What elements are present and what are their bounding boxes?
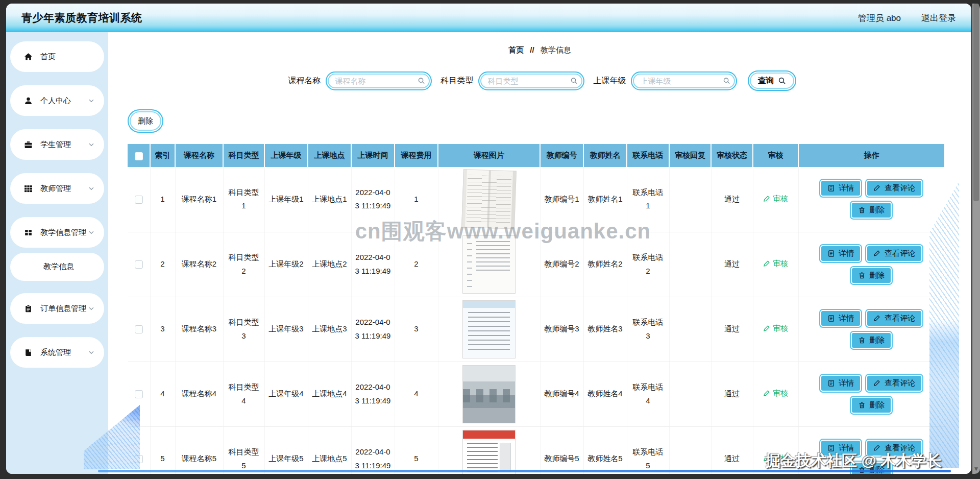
cell-course-image	[438, 167, 540, 232]
cell-fee: 4	[395, 362, 438, 426]
view-comments-button-label: 查看评论	[885, 314, 915, 323]
cell-audit: 审核	[753, 232, 798, 297]
cell-checkbox	[128, 232, 150, 297]
course-name-label: 课程名称	[288, 76, 321, 86]
row-checkbox[interactable]	[135, 260, 143, 269]
row-checkbox[interactable]	[135, 325, 143, 333]
view-comments-button[interactable]: 查看评论	[866, 180, 922, 197]
view-comments-button[interactable]: 查看评论	[866, 310, 922, 327]
cell-teacher-name: 教师姓名5	[583, 426, 627, 474]
detail-button-label: 详情	[839, 443, 854, 453]
audit-link[interactable]: 审核	[763, 257, 788, 270]
cell-grade: 上课年级5	[264, 426, 308, 474]
pencil-icon	[873, 184, 881, 192]
cell-place: 上课地点5	[308, 426, 351, 474]
cell-checkbox	[128, 297, 150, 362]
chevron-down-icon	[88, 185, 95, 192]
cell-course-image	[438, 426, 540, 474]
sidebar-item-teacher-management[interactable]: 教师管理	[10, 173, 104, 204]
cell-checkbox	[128, 167, 150, 232]
course-name-input[interactable]	[326, 71, 432, 90]
pencil-icon	[763, 260, 770, 267]
scrollbar-down-arrow[interactable]: ▼	[972, 466, 980, 472]
view-comments-button-label: 查看评论	[885, 443, 915, 453]
clipboard-icon	[24, 304, 33, 313]
pencil-icon	[763, 390, 770, 397]
select-all-checkbox[interactable]	[135, 152, 143, 160]
detail-button[interactable]: 详情	[820, 375, 861, 392]
cell-subject-type: 科目类型2	[223, 232, 264, 297]
breadcrumb: 首页 // 教学信息	[108, 45, 971, 55]
detail-button[interactable]: 详情	[820, 245, 861, 262]
delete-button[interactable]: 删除	[851, 397, 892, 414]
header-cell: 科目类型	[223, 144, 264, 167]
row-checkbox[interactable]	[135, 196, 143, 204]
cell-audit-reply	[669, 167, 711, 232]
header-cell: 教师编号	[540, 144, 583, 167]
audit-link[interactable]: 审核	[763, 322, 788, 335]
sidebar-item-student-management[interactable]: 学生管理	[10, 129, 104, 160]
detail-button[interactable]: 详情	[820, 440, 861, 457]
document-icon	[827, 444, 835, 452]
cell-grade: 上课年级3	[264, 297, 308, 362]
cell-course-name: 课程名称3	[175, 297, 223, 362]
sidebar-subitem-teaching-info[interactable]: 教学信息	[10, 253, 104, 281]
audit-link[interactable]: 审核	[763, 387, 788, 400]
vertical-scrollbar[interactable]: ▼	[972, 4, 980, 474]
class-grade-label: 上课年级	[594, 76, 626, 86]
cell-index: 4	[150, 362, 175, 426]
row-checkbox[interactable]	[135, 455, 143, 463]
breadcrumb-home[interactable]: 首页	[508, 45, 524, 54]
subject-type-input[interactable]	[478, 71, 584, 90]
cell-actions: 详情查看评论删除	[798, 426, 944, 474]
header-cell: 操作	[798, 144, 944, 167]
header-cell: 审核状态	[711, 144, 753, 167]
cell-course-image	[438, 362, 540, 426]
cell-subject-type: 科目类型5	[223, 426, 264, 474]
sidebar-item-personal-center[interactable]: 个人中心	[10, 85, 104, 116]
cell-audit-status: 通过	[711, 297, 753, 362]
course-image	[462, 365, 516, 423]
detail-button[interactable]: 详情	[820, 180, 861, 197]
detail-button[interactable]: 详情	[820, 310, 861, 327]
delete-button[interactable]: 删除	[851, 332, 892, 349]
view-comments-button[interactable]: 查看评论	[866, 245, 922, 262]
cell-course-image	[438, 232, 540, 297]
document-icon	[827, 379, 835, 387]
delete-button[interactable]: 删除	[851, 202, 892, 219]
table-header-row: 索引课程名称科目类型上课年级上课地点上课时间课程费用课程图片教师编号教师姓名联系…	[128, 144, 944, 167]
cell-teacher-no: 教师编号2	[540, 232, 583, 297]
cell-audit-status: 通过	[711, 426, 753, 474]
view-comments-button[interactable]: 查看评论	[866, 440, 922, 457]
logout-link[interactable]: 退出登录	[921, 12, 956, 24]
sidebar-item-system-management[interactable]: 系统管理	[10, 337, 104, 368]
cell-audit-reply	[669, 297, 711, 362]
view-comments-button[interactable]: 查看评论	[866, 375, 922, 392]
cell-checkbox	[128, 426, 150, 474]
course-image	[462, 430, 516, 474]
admin-user-label[interactable]: 管理员 abo	[858, 12, 901, 24]
sidebar: 首页 个人中心 学生管理	[6, 32, 108, 474]
search-icon	[778, 77, 786, 85]
audit-link[interactable]: 审核	[763, 451, 788, 465]
row-checkbox[interactable]	[135, 390, 143, 398]
delete-selected-button[interactable]: 删除	[128, 109, 163, 133]
delete-button[interactable]: 删除	[851, 267, 892, 284]
audit-link[interactable]: 审核	[763, 192, 788, 205]
query-button[interactable]: 查询	[748, 70, 796, 91]
sidebar-item-label: 首页	[40, 52, 95, 62]
cell-subject-type: 科目类型1	[223, 167, 264, 232]
pencil-icon	[763, 325, 770, 332]
sidebar-item-home[interactable]: 首页	[10, 41, 104, 72]
header-cell: 联系电话	[627, 144, 669, 167]
sidebar-item-teaching-info-management[interactable]: 教学信息管理	[10, 217, 104, 248]
class-grade-input[interactable]	[631, 71, 737, 90]
app-window: 青少年素质教育培训系统 管理员 abo 退出登录 首页 个人中心	[6, 4, 971, 474]
cell-course-name: 课程名称4	[175, 362, 223, 426]
trash-icon	[858, 272, 866, 279]
cell-time: 2022-04-03 11:19:49	[351, 362, 395, 426]
sidebar-item-order-info-management[interactable]: 订单信息管理	[10, 293, 104, 324]
cell-grade: 上课年级1	[264, 167, 308, 232]
scrollbar-thumb[interactable]	[973, 4, 979, 201]
document-icon	[827, 315, 835, 322]
